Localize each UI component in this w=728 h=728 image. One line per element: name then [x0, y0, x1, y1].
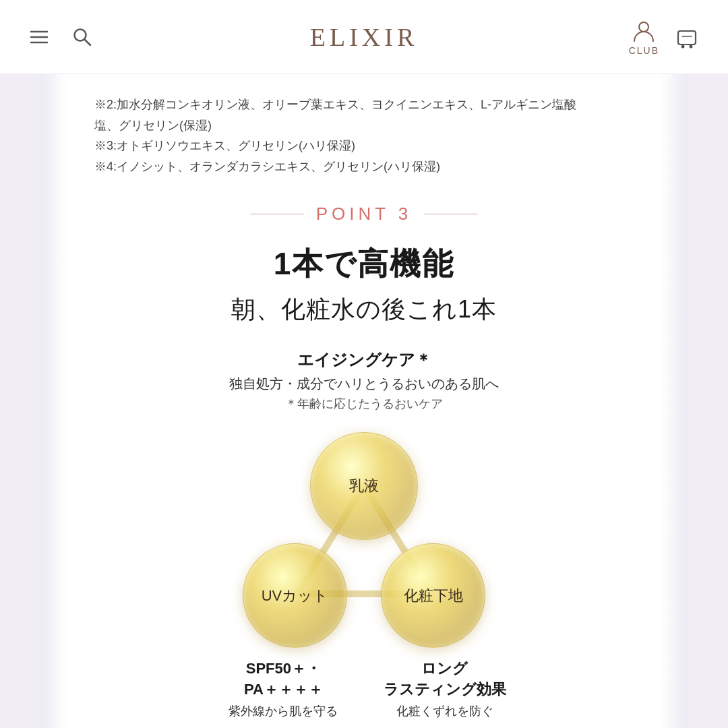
- club-label: CLUB: [629, 45, 659, 56]
- header-right-icons: CLUB: [629, 18, 701, 56]
- header: ELIXIR CLUB: [0, 0, 728, 74]
- aging-section: エイジングケア＊ 独自処方・成分でハリとうるおいのある肌へ ＊年齢に応じたうるお…: [94, 349, 634, 412]
- main-content: ※2:加水分解コンキオリン液、オリーブ葉エキス、ヨクイニンエキス、L-アルギニン…: [40, 74, 688, 728]
- aging-desc: 独自処方・成分でハリとうるおいのある肌へ: [94, 375, 634, 393]
- feature-right-title: ロングラスティング効果: [370, 659, 519, 700]
- point-label: POINT 3: [316, 204, 413, 224]
- aging-title: エイジングケア＊: [94, 349, 634, 371]
- capsule-bottom-right: 化粧下地: [381, 543, 485, 648]
- svg-rect-6: [678, 31, 696, 44]
- feature-left: SPF50＋・PA＋＋＋＋ 紫外線から肌を守る: [209, 659, 358, 719]
- feature-left-desc: 紫外線から肌を守る: [209, 703, 358, 719]
- footnotes: ※2:加水分解コンキオリン液、オリーブ葉エキス、ヨクイニンエキス、L-アルギニン…: [94, 94, 634, 177]
- search-icon[interactable]: [70, 25, 94, 49]
- header-left-icons: [27, 25, 94, 49]
- feature-left-title: SPF50＋・PA＋＋＋＋: [209, 659, 358, 700]
- point-divider: POINT 3: [94, 204, 634, 224]
- footnote-line2: 塩、グリセリン(保湿): [94, 115, 634, 136]
- person-icon: [631, 18, 657, 44]
- club-icon-wrap[interactable]: CLUB: [629, 18, 659, 56]
- features-row: SPF50＋・PA＋＋＋＋ 紫外線から肌を守る ロングラスティング効果 化粧くず…: [195, 659, 533, 719]
- capsule-top: 乳液: [310, 432, 418, 540]
- svg-point-8: [690, 44, 693, 48]
- capsule-bottom-left: UVカット: [243, 543, 347, 648]
- svg-line-4: [84, 39, 90, 45]
- menu-icon[interactable]: [27, 25, 51, 49]
- bottom-space: [94, 719, 634, 728]
- cart-icon[interactable]: [673, 24, 701, 50]
- footnote-line4: ※4:イノシット、オランダカラシエキス、グリセリン(ハリ保湿): [94, 156, 634, 177]
- feature-right-desc: 化粧くずれを防ぐ: [370, 703, 519, 719]
- point-line-left: [250, 214, 304, 214]
- footnote-line3: ※3:オトギリソウエキス、グリセリン(ハリ保湿): [94, 135, 634, 156]
- svg-point-7: [681, 44, 685, 48]
- capsule-diagram: 乳液 UVカット 化粧下地: [222, 432, 506, 648]
- svg-point-5: [639, 22, 648, 32]
- aging-note: ＊年齢に応じたうるおいケア: [94, 396, 634, 412]
- footnote-line1: ※2:加水分解コンキオリン液、オリーブ葉エキス、ヨクイニンエキス、L-アルギニン…: [94, 94, 634, 115]
- feature-right: ロングラスティング効果 化粧くずれを防ぐ: [370, 659, 519, 719]
- point-line-right: [424, 214, 478, 214]
- brand-logo[interactable]: ELIXIR: [310, 22, 419, 52]
- point-title: 1本で高機能: [94, 243, 634, 285]
- point-subtitle: 朝、化粧水の後これ1本: [94, 293, 634, 326]
